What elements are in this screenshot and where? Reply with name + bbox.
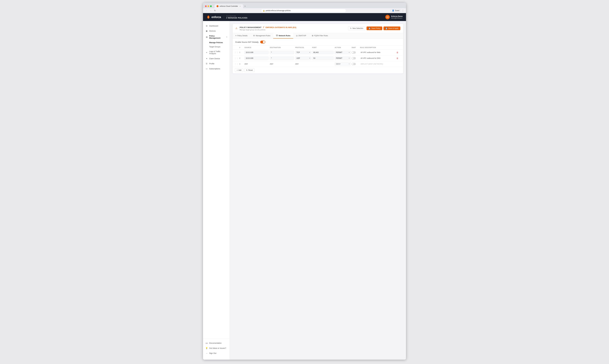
rules-table-header: # Source Destination Protocol Port Actio… [233, 46, 403, 50]
user-email: demo@enforza.io [391, 17, 403, 19]
sidebar-item-documentation[interactable]: 📖 Documentation [203, 340, 230, 346]
source-input[interactable] [245, 51, 269, 54]
sidebar-item-devices[interactable]: ▣ Devices [203, 28, 230, 33]
close-dot[interactable] [205, 5, 207, 7]
save-policy-button[interactable]: 💾 Save Policy [366, 26, 382, 30]
tab-policy-details[interactable]: ≡ Policy Details [233, 33, 250, 39]
maximize-dot[interactable] [210, 5, 212, 7]
action-select[interactable]: PERMIT DENY [335, 56, 351, 60]
browser-more-button[interactable]: ⋮ [402, 9, 404, 12]
dashboard-icon: ⊞ [206, 25, 208, 27]
proto-cell: ANY [295, 63, 312, 65]
sidebar: ⊞ Dashboard ▣ Devices ◎ Policy Managemen… [203, 21, 230, 360]
protocol-select[interactable]: TCP UDP ANY ICMP [295, 51, 311, 54]
sidebar-sub-item-manage-policies[interactable]: Manage Policies [203, 40, 230, 45]
list-icon: ≡ [235, 35, 236, 37]
port-input[interactable] [312, 56, 334, 60]
rule-number: 2 [239, 57, 245, 59]
refresh-button[interactable]: ↻ [213, 9, 217, 12]
drag-handle[interactable]: ⋮⋮ [234, 63, 239, 65]
col-delete [396, 47, 402, 48]
main-layout: ⊞ Dashboard ▣ Devices ◎ Policy Managemen… [203, 21, 406, 360]
tab-close-button[interactable]: × [239, 5, 241, 7]
delete-rule-button[interactable]: 🗑 [396, 57, 398, 59]
source-input[interactable] [245, 56, 269, 60]
reset-button[interactable]: ↻ Reset [244, 68, 254, 72]
col-drag [234, 47, 239, 48]
browser-actions: 👤 Guest ⋮ [390, 9, 404, 12]
drag-handle[interactable]: ⋮⋮ [234, 57, 239, 59]
rule-description: All VPC outbound for DNS [360, 57, 380, 59]
col-num: # [239, 47, 245, 48]
tab-label: Network Rules [279, 35, 290, 37]
port-cell [312, 56, 335, 60]
url-bar[interactable]: 🔒 portal.enforza.io/manage-policies [261, 9, 346, 12]
source-cell [245, 56, 270, 60]
nat-toggle[interactable] [260, 41, 265, 43]
tab-favicon [217, 5, 219, 7]
new-tab-button[interactable]: + [243, 4, 247, 8]
action-select[interactable]: PERMIT DENY [335, 51, 351, 54]
sidebar-item-logs[interactable]: ≡ Logs & Traffic Analysis [203, 49, 230, 56]
save-policy-label: Save Policy [372, 27, 380, 29]
sidebar-item-label: Profile [209, 63, 214, 65]
col-snat: SNAT [351, 47, 360, 48]
port-input[interactable] [312, 51, 334, 54]
tab-network-rules[interactable]: 🛡 Network Rules [273, 33, 293, 39]
user-avatar: ED [385, 15, 390, 19]
minimize-dot[interactable] [207, 5, 209, 7]
logs-icon: ≡ [206, 51, 208, 53]
nav-label: NAVIGATION [226, 15, 247, 17]
claim-icon: ✦ [206, 57, 208, 60]
snat-toggle[interactable] [351, 57, 356, 59]
sidebar-sub-item-target-groups[interactable]: Target Groups [203, 45, 230, 49]
snat-toggle[interactable] [351, 63, 356, 65]
sidebar-footer-label: Sign Out [209, 352, 216, 354]
tab-fqdn-filter[interactable]: ⊞ FQDN Filter Rules [309, 33, 331, 39]
desc-cell: All VPC outbound for DNS [360, 57, 396, 59]
rule-number: 3 [239, 63, 245, 65]
add-rule-button[interactable]: + Add [235, 68, 243, 72]
policy-subtitle: ENFORZA GATEWAYS IN AWS (EU) [266, 26, 296, 28]
back-button[interactable]: ‹ [205, 9, 208, 12]
nat-toggle-row: Enable Source NAT Globally [233, 39, 403, 46]
sidebar-item-dashboard[interactable]: ⊞ Dashboard [203, 23, 230, 28]
sidebar-item-subscriptions[interactable]: ▭ Subscriptions [203, 66, 230, 71]
guest-label: Guest [395, 10, 399, 12]
user-name: Enforza Demo [391, 15, 403, 17]
new-selection-button[interactable]: ↻ New Selection [348, 26, 365, 30]
reset-label: Reset [248, 69, 253, 71]
proto-cell: TCP UDP ANY ICMP [295, 56, 312, 60]
active-tab[interactable]: enforza Cloud Controller × [215, 4, 243, 8]
logo[interactable]: enforza [206, 15, 221, 19]
tab-management-rules[interactable]: ⚙ Management Rules [250, 33, 273, 39]
new-selection-label: New Selection [352, 27, 363, 29]
lightbulb-icon: 💡 [206, 347, 208, 349]
drag-handle[interactable]: ⋮⋮ [234, 51, 239, 53]
sidebar-item-policy-management[interactable]: ◎ Policy Management ▾ [203, 33, 230, 40]
sidebar-footer: 📖 Documentation 💡 Got Ideas or Issues? →… [203, 339, 230, 357]
dest-input[interactable] [270, 51, 294, 54]
sidebar-item-feedback[interactable]: 💡 Got Ideas or Issues? [203, 346, 230, 351]
rule-number: 1 [239, 52, 245, 53]
col-destination: Destination [270, 47, 295, 48]
devices-icon: ▣ [206, 30, 208, 32]
sidebar-item-claim-device[interactable]: ✦ Claim Device [203, 56, 230, 61]
action-select[interactable]: PERMIT DENY [335, 62, 351, 66]
protocol-select[interactable]: TCP UDP ANY ICMP [295, 56, 311, 60]
tab-dnat-vip[interactable]: ◎ DNAT/VIP [293, 33, 309, 39]
sidebar-item-signout[interactable]: → Sign Out [203, 351, 230, 356]
source-value: ANY [245, 63, 248, 65]
snat-toggle[interactable] [351, 51, 356, 53]
forward-button[interactable]: › [209, 9, 212, 12]
delete-rule-button[interactable]: 🗑 [396, 51, 398, 53]
dest-input[interactable] [270, 56, 294, 60]
lock-icon: 🔒 [263, 10, 265, 12]
sidebar-footer-label: Got Ideas or Issues? [209, 347, 226, 349]
save-apply-button[interactable]: 💾 Save & Apply [383, 26, 400, 30]
guest-button[interactable]: 👤 Guest [390, 9, 401, 12]
sidebar-item-profile[interactable]: ☰ Profile [203, 61, 230, 66]
dest-cell [270, 56, 295, 60]
rule-description: All VPC outbound for Web [360, 52, 380, 53]
sidebar-wrapper: ⊞ Dashboard ▣ Devices ◎ Policy Managemen… [203, 23, 230, 357]
